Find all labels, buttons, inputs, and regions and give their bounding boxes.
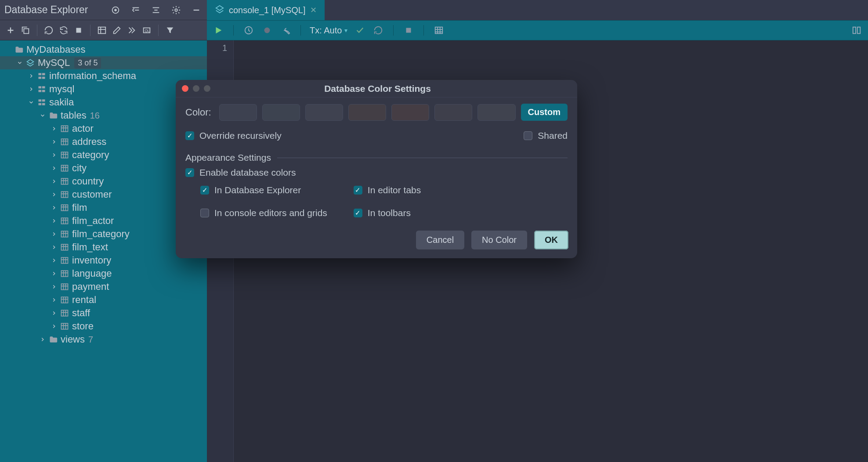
tree-table-language[interactable]: language	[0, 267, 207, 280]
svg-rect-28	[61, 231, 68, 237]
svg-point-2	[175, 9, 177, 11]
chevron-down-icon: ▾	[344, 27, 347, 34]
svg-rect-12	[39, 86, 42, 88]
color-swatch-6[interactable]	[434, 104, 472, 121]
refresh-icon[interactable]	[43, 24, 55, 36]
chevron-icon[interactable]	[49, 271, 59, 277]
chevron-icon[interactable]	[49, 231, 59, 237]
color-swatch-7[interactable]	[477, 104, 515, 121]
chevron-icon[interactable]	[49, 284, 59, 290]
enable-db-colors-label: Enable database colors	[199, 167, 296, 178]
jump-to-console-icon[interactable]	[126, 24, 138, 36]
svg-rect-38	[406, 28, 411, 33]
chevron-icon[interactable]	[49, 257, 59, 263]
in-db-explorer-checkbox[interactable]: ✓	[200, 186, 209, 195]
chevron-icon[interactable]	[26, 73, 36, 79]
chevron-icon[interactable]	[49, 178, 59, 184]
target-icon[interactable]	[109, 4, 122, 16]
tree-table-inventory[interactable]: inventory	[0, 254, 207, 267]
ok-button[interactable]: OK	[534, 231, 568, 249]
chevron-icon[interactable]	[49, 205, 59, 211]
enable-db-colors-checkbox[interactable]: ✓	[185, 168, 194, 177]
tab-console-1[interactable]: console_1 [MySQL] ✕	[207, 0, 325, 20]
override-recursively-checkbox[interactable]: ✓	[185, 131, 194, 140]
chevron-icon[interactable]	[49, 165, 59, 171]
expand-all-icon[interactable]	[130, 4, 142, 16]
chevron-icon[interactable]	[15, 60, 25, 66]
run-icon[interactable]	[212, 24, 224, 36]
svg-rect-27	[61, 218, 68, 224]
commit-icon[interactable]	[354, 24, 366, 36]
shared-checkbox[interactable]	[524, 131, 532, 140]
color-swatch-3[interactable]	[305, 104, 343, 121]
chevron-icon[interactable]	[49, 244, 59, 250]
record-icon[interactable]	[261, 24, 273, 36]
chevron-icon[interactable]	[49, 297, 59, 303]
svg-rect-24	[61, 178, 68, 184]
chevron-icon[interactable]	[49, 310, 59, 316]
tree-group-views[interactable]: views7	[0, 333, 207, 346]
dialog-titlebar[interactable]: Database Color Settings	[176, 80, 577, 97]
svg-text:QL: QL	[145, 29, 149, 32]
svg-rect-25	[61, 191, 68, 197]
svg-rect-18	[39, 103, 42, 105]
svg-rect-11	[42, 77, 45, 79]
minimize-icon[interactable]	[190, 4, 203, 16]
tree-root[interactable]: MyDatabases	[0, 43, 207, 56]
stop-icon[interactable]	[72, 24, 85, 36]
svg-rect-3	[24, 29, 29, 33]
chevron-icon[interactable]	[49, 191, 59, 198]
layout-icon[interactable]	[850, 24, 863, 36]
query-console-icon[interactable]: QL	[141, 24, 153, 36]
table-icon[interactable]	[96, 24, 108, 36]
in-toolbars-label: In toolbars	[368, 208, 411, 218]
chevron-icon[interactable]	[49, 323, 59, 329]
color-swatch-4[interactable]	[348, 104, 386, 121]
filter-icon[interactable]	[164, 24, 176, 36]
chevron-icon[interactable]	[49, 126, 59, 132]
svg-rect-8	[39, 73, 42, 75]
add-icon[interactable]	[4, 24, 17, 36]
tree-datasource-mysql[interactable]: MySQL3 of 5	[0, 56, 207, 69]
svg-rect-32	[61, 284, 68, 289]
no-color-button[interactable]: No Color	[471, 231, 527, 249]
svg-point-1	[115, 9, 116, 11]
chevron-icon[interactable]	[49, 218, 59, 224]
cancel-button[interactable]: Cancel	[416, 231, 464, 249]
chevron-icon[interactable]	[26, 99, 36, 105]
in-editor-tabs-checkbox[interactable]: ✓	[354, 186, 362, 195]
wrench-icon[interactable]	[279, 24, 292, 36]
view-as-table-icon[interactable]	[433, 24, 445, 36]
history-icon[interactable]	[242, 24, 255, 36]
chevron-icon[interactable]	[49, 139, 59, 145]
chevron-icon[interactable]	[49, 152, 59, 158]
tree-table-staff[interactable]: staff	[0, 307, 207, 320]
copy-icon[interactable]	[19, 24, 32, 36]
sidebar-toolbar: QL	[0, 20, 207, 40]
tree-table-rental[interactable]: rental	[0, 293, 207, 307]
svg-rect-35	[61, 323, 68, 329]
gear-icon[interactable]	[170, 4, 182, 16]
svg-rect-22	[61, 152, 68, 158]
chevron-icon[interactable]	[26, 86, 36, 92]
in-console-grids-checkbox[interactable]	[200, 209, 209, 217]
tx-mode-dropdown[interactable]: Tx: Auto▾	[310, 25, 347, 36]
color-swatch-2[interactable]	[262, 104, 300, 121]
custom-color-button[interactable]: Custom	[521, 104, 568, 121]
sync-icon[interactable]	[58, 24, 70, 36]
svg-rect-33	[61, 297, 68, 303]
close-icon[interactable]: ✕	[310, 5, 317, 15]
tree-table-store[interactable]: store	[0, 320, 207, 333]
chevron-icon[interactable]	[38, 336, 47, 343]
edit-icon[interactable]	[111, 24, 123, 36]
rollback-icon[interactable]	[372, 24, 384, 36]
color-swatch-5[interactable]	[391, 104, 429, 121]
collapse-all-icon[interactable]	[150, 4, 162, 16]
chevron-icon[interactable]	[38, 112, 47, 119]
in-toolbars-checkbox[interactable]: ✓	[354, 209, 362, 217]
tree-schema-information_schema[interactable]: information_schema	[0, 69, 207, 83]
tree-table-payment[interactable]: payment	[0, 280, 207, 293]
stop-query-icon[interactable]	[402, 24, 415, 36]
in-db-explorer-label: In Database Explorer	[214, 185, 301, 195]
color-swatch-1[interactable]	[219, 104, 257, 121]
